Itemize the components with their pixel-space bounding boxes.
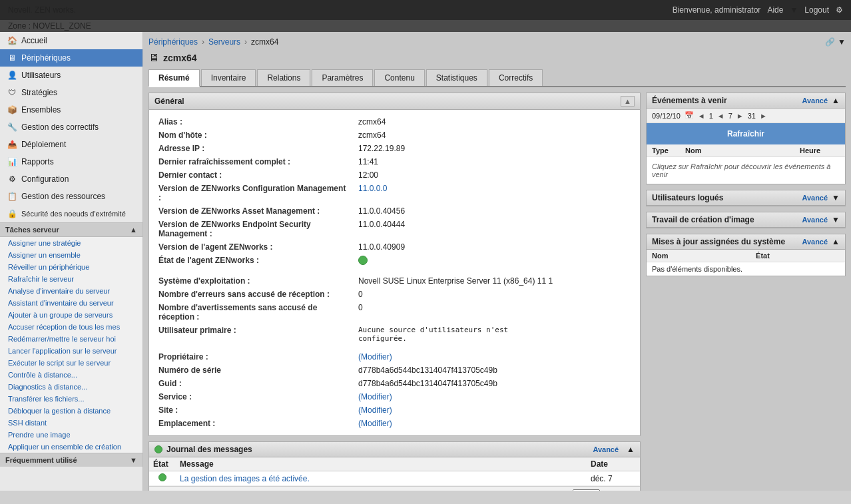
task-link-lancer[interactable]: Lancer l'application sur le serveur bbox=[0, 345, 142, 357]
task-link-prendre-image[interactable]: Prendre une image bbox=[0, 429, 142, 441]
collapse-image-btn[interactable]: ▼ bbox=[832, 215, 840, 224]
breadcrumb-sep1: › bbox=[202, 37, 204, 47]
link-icon[interactable]: 🔗 bbox=[825, 37, 835, 47]
journal-show: afficher 500 100 250 éléments bbox=[544, 489, 635, 491]
tab-inventaire[interactable]: Inventaire bbox=[201, 69, 256, 86]
sidebar-item-accueil[interactable]: 🏠 Accueil bbox=[0, 32, 142, 49]
task-link-assistant[interactable]: Assistant d'inventaire du serveur bbox=[0, 297, 142, 309]
collapse-general-btn[interactable]: ▲ bbox=[621, 96, 635, 107]
sidebar-item-strategies[interactable]: 🛡 Stratégies bbox=[0, 84, 142, 101]
task-link-accuser[interactable]: Accuser réception de tous les mes bbox=[0, 321, 142, 333]
field-value: zcmx64 bbox=[354, 128, 635, 142]
field-label: Emplacement : bbox=[154, 417, 354, 430]
events-nav-next-week[interactable]: ► bbox=[736, 112, 744, 120]
events-header: Événements à venir Avancé ▲ bbox=[647, 93, 845, 109]
modifier-service-link[interactable]: (Modifier) bbox=[358, 392, 392, 401]
collapse-journal-btn[interactable]: ▲ bbox=[627, 445, 635, 454]
shield-icon: 🛡 bbox=[7, 87, 17, 98]
table-row: Version de ZENworks Endpoint Security Ma… bbox=[154, 218, 635, 240]
journal-message-link[interactable]: La gestion des images a été activée. bbox=[180, 474, 310, 483]
col-name-header: Nom bbox=[685, 146, 800, 154]
journal-perpage-select[interactable]: 500 100 250 bbox=[573, 489, 600, 491]
tab-parametres[interactable]: Paramètres bbox=[312, 69, 373, 86]
tab-correctifs[interactable]: Correctifs bbox=[489, 69, 543, 86]
task-link-ssh[interactable]: SSH distant bbox=[0, 417, 142, 429]
sidebar-item-correctifs[interactable]: 🔧 Gestion des correctifs bbox=[0, 119, 142, 136]
sidebar-item-securite[interactable]: 🔒 Sécurité des noeuds d'extrémité bbox=[0, 205, 142, 222]
breadcrumb-serveurs[interactable]: Serveurs bbox=[208, 37, 240, 47]
help-link[interactable]: Aide bbox=[767, 5, 783, 15]
tab-contenu[interactable]: Contenu bbox=[374, 69, 424, 86]
updates-table: Nom État Pas d'éléments disponibles. bbox=[647, 250, 845, 276]
field-label: État de l'agent ZENworks : bbox=[154, 254, 354, 269]
updates-advanced-link[interactable]: Avancé bbox=[802, 238, 828, 246]
task-link-strategie[interactable]: Assigner une stratégie bbox=[0, 237, 142, 249]
updates-panel-body: Nom État Pas d'éléments disponibles. bbox=[647, 250, 845, 276]
tab-resume[interactable]: Résumé bbox=[148, 69, 200, 87]
task-link-executer[interactable]: Exécuter le script sur le serveur bbox=[0, 357, 142, 369]
settings-icon[interactable]: ⚙ bbox=[836, 5, 843, 15]
tasks-section-header[interactable]: Tâches serveur ▲ bbox=[0, 222, 142, 236]
table-row: Propriétaire : (Modifier) bbox=[154, 350, 635, 364]
sidebar-item-peripheriques[interactable]: 🖥 Périphériques bbox=[0, 49, 142, 67]
events-advanced-link[interactable]: Avancé bbox=[802, 97, 828, 105]
logged-users-title: Utilisateurs logués bbox=[652, 193, 723, 202]
logged-users-advanced-link[interactable]: Avancé bbox=[802, 194, 828, 202]
tab-statistiques[interactable]: Statistiques bbox=[426, 69, 487, 86]
task-link-controle[interactable]: Contrôle à distance... bbox=[0, 369, 142, 381]
sidebar-item-ressources[interactable]: 📋 Gestion des ressources bbox=[0, 188, 142, 205]
sidebar-item-configuration[interactable]: ⚙ Configuration bbox=[0, 170, 142, 188]
events-week-num2: 7 bbox=[728, 112, 732, 120]
task-link-redemarrer[interactable]: Redémarrer/mettre le serveur hoi bbox=[0, 333, 142, 345]
task-link-reveiller[interactable]: Réveiller un périphérique bbox=[0, 261, 142, 273]
modifier-location-link[interactable]: (Modifier) bbox=[358, 419, 392, 428]
task-link-diagnostics[interactable]: Diagnostics à distance... bbox=[0, 381, 142, 393]
events-nav-next-day[interactable]: ► bbox=[760, 112, 767, 120]
welcome-text: Bienvenue, administrator bbox=[673, 5, 761, 15]
task-link-appliquer[interactable]: Appliquer un ensemble de création bbox=[0, 441, 142, 453]
image-creation-title: Travail de création d'image bbox=[652, 215, 754, 224]
task-link-debloquer[interactable]: Débloquer la gestion à distance bbox=[0, 405, 142, 417]
collapse-events-btn[interactable]: ▲ bbox=[832, 96, 840, 105]
breadcrumb-peripheriques[interactable]: Périphériques bbox=[148, 37, 198, 47]
sidebar-item-ensembles[interactable]: 📦 Ensembles bbox=[0, 101, 142, 119]
tasks-links: Assigner une stratégie Assigner un ensem… bbox=[0, 236, 142, 453]
collapse-updates-btn[interactable]: ▲ bbox=[832, 237, 840, 246]
journal-advanced-link[interactable]: Avancé bbox=[593, 445, 619, 453]
frequent-section-header[interactable]: Fréquemment utilisé ▼ bbox=[0, 453, 142, 467]
collapse-logged-btn[interactable]: ▼ bbox=[832, 193, 840, 202]
events-nav-prev-week[interactable]: ◄ bbox=[717, 112, 724, 120]
journal-row: La gestion des images a été activée. déc… bbox=[149, 471, 640, 486]
sidebar-item-deploiement[interactable]: 📤 Déploiement bbox=[0, 136, 142, 153]
field-value: 11.0.0.40444 bbox=[354, 218, 635, 240]
calendar-icon[interactable]: 📅 bbox=[685, 111, 694, 120]
updates-header-row: Nom État bbox=[647, 250, 845, 262]
task-link-ensemble[interactable]: Assigner un ensemble bbox=[0, 249, 142, 261]
table-row: Version de l'agent ZENworks : 11.0.0.409… bbox=[154, 240, 635, 254]
tasks-title: Tâches serveur bbox=[5, 226, 59, 234]
modifier-owner-link[interactable]: (Modifier) bbox=[358, 352, 392, 362]
general-title: Général bbox=[154, 97, 184, 106]
image-creation-advanced-link[interactable]: Avancé bbox=[802, 216, 828, 224]
task-link-ajouter-groupe[interactable]: Ajouter à un groupe de serveurs bbox=[0, 309, 142, 321]
general-panel-body: Alias : zcmx64 Nom d'hôte : zcmx64 Adres… bbox=[149, 110, 640, 435]
tab-relations[interactable]: Relations bbox=[257, 69, 310, 86]
logout-link[interactable]: Logout bbox=[804, 5, 829, 15]
task-link-analyse[interactable]: Analyse d'inventaire du serveur bbox=[0, 285, 142, 297]
journal-date: déc. 7 bbox=[587, 471, 640, 486]
task-link-transferer[interactable]: Transférer les fichiers... bbox=[0, 393, 142, 405]
expand-icon[interactable]: ▼ bbox=[838, 37, 846, 47]
events-nav-prev-month[interactable]: ◄ bbox=[698, 112, 705, 120]
modifier-site-link[interactable]: (Modifier) bbox=[358, 405, 392, 415]
info-table: Alias : zcmx64 Nom d'hôte : zcmx64 Adres… bbox=[154, 115, 635, 430]
sidebar-item-rapports[interactable]: 📊 Rapports bbox=[0, 153, 142, 170]
logo-novell: Novell. bbox=[8, 5, 33, 15]
refresh-events-btn[interactable]: Rafraîchir bbox=[652, 126, 840, 142]
sidebar-item-utilisateurs[interactable]: 👤 Utilisateurs bbox=[0, 67, 142, 84]
report-icon: 📊 bbox=[7, 156, 17, 167]
field-value: 11.0.0.40456 bbox=[354, 204, 635, 218]
journal-status-icon bbox=[154, 445, 162, 453]
version-link[interactable]: 11.0.0.0 bbox=[358, 184, 387, 193]
field-label: Système d'exploitation : bbox=[154, 274, 354, 288]
task-link-rafraichir[interactable]: Rafraîchir le serveur bbox=[0, 273, 142, 285]
